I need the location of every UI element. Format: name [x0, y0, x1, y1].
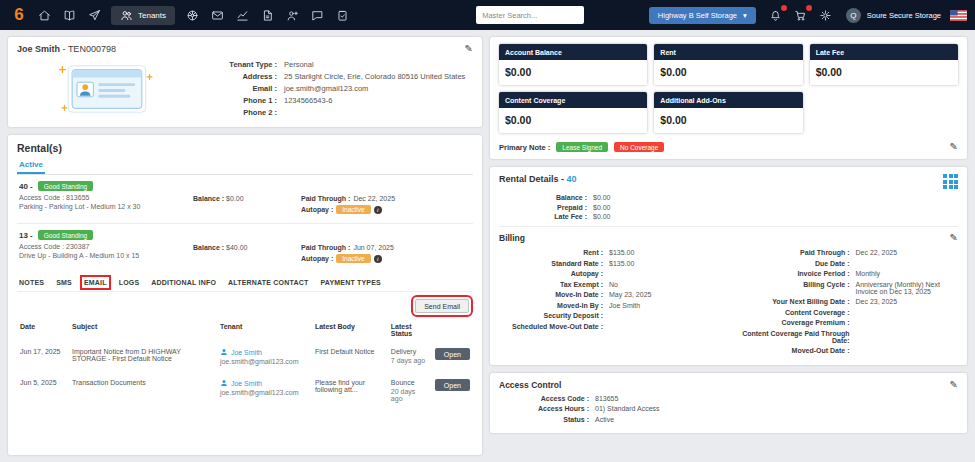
- stat-value: $0.00: [810, 60, 958, 85]
- cart-icon[interactable]: [790, 4, 812, 26]
- right-column: Account Balance $0.00 Rent $0.00 Late Fe…: [490, 37, 967, 455]
- email-subject: Important Notice from D HIGHWAY STORAGE …: [69, 341, 217, 372]
- email-subject: Transaction Documents: [69, 372, 217, 409]
- send-email-button[interactable]: Send Email: [415, 299, 469, 313]
- billing-value: Dec 22, 2025: [856, 249, 898, 256]
- language-flag-icon[interactable]: [950, 10, 967, 21]
- billing-title: Billing: [499, 233, 525, 243]
- tab-notes[interactable]: NOTES: [19, 279, 44, 286]
- rental-item: 13 - Good Standing Access Code : 230387 …: [17, 224, 473, 272]
- stat-title: Account Balance: [499, 44, 647, 60]
- stats-grid: Account Balance $0.00 Rent $0.00 Late Fe…: [499, 44, 958, 133]
- access-label: Status :: [499, 416, 589, 423]
- edit-note-icon[interactable]: ✎: [950, 142, 958, 152]
- billing-label: Paid Through :: [732, 249, 850, 256]
- notifications-bell-icon[interactable]: [765, 4, 787, 26]
- person-icon: [220, 379, 228, 387]
- field-label: Phone 2 :: [195, 108, 277, 117]
- billing-value: Joe Smith: [609, 302, 640, 309]
- stat-content-coverage: Content Coverage $0.00: [499, 92, 647, 133]
- book-icon[interactable]: [58, 4, 80, 26]
- chat-icon[interactable]: [306, 4, 328, 26]
- stat-title: Late Fee: [810, 44, 958, 60]
- left-column: Joe Smith - TEN000798 ✎: [8, 37, 482, 455]
- access-control-title: Access Control: [499, 380, 561, 390]
- open-email-button[interactable]: Open: [435, 379, 470, 391]
- billing-label: Your Next Billing Date :: [732, 298, 850, 305]
- tenant-summary-card: Joe Smith - TEN000798 ✎: [8, 37, 482, 127]
- open-email-button[interactable]: Open: [435, 348, 470, 360]
- title-separator: -: [63, 44, 66, 54]
- nav-tenants[interactable]: Tenants: [111, 6, 175, 25]
- email-row: Jun 17, 2025 Important Notice from D HIG…: [17, 341, 473, 372]
- send-icon[interactable]: [83, 4, 105, 26]
- mail-icon[interactable]: [206, 4, 228, 26]
- info-icon[interactable]: i: [374, 206, 382, 214]
- document-icon[interactable]: [256, 4, 278, 26]
- account-name: Soure Secure Storage: [867, 11, 941, 20]
- user-avatar[interactable]: Q: [846, 8, 861, 23]
- billing-label: Tax Exempt :: [499, 281, 603, 288]
- tenant-link[interactable]: Joe Smith: [220, 348, 309, 356]
- stat-additional-addons: Additional Add-Ons $0.00: [654, 92, 802, 133]
- gate-wheel-icon[interactable]: [181, 4, 203, 26]
- summary-value: $0.00: [593, 194, 611, 201]
- master-search-input[interactable]: [476, 6, 584, 24]
- unit-number[interactable]: 40 -: [19, 182, 33, 191]
- tab-logs[interactable]: LOGS: [119, 279, 140, 286]
- edit-access-icon[interactable]: ✎: [950, 380, 958, 390]
- col-date: Date: [17, 319, 69, 341]
- grid-view-icon[interactable]: [943, 174, 958, 189]
- tenant-name: Joe Smith: [17, 44, 60, 54]
- autopay-badge: Inactive: [336, 205, 370, 214]
- tab-additional-info[interactable]: ADDITIONAL INFO: [151, 279, 216, 286]
- col-latest-status: Latest Status: [388, 319, 432, 341]
- balance-label: Balance :: [193, 195, 224, 202]
- tenant-address-value: 25 Starlight Circle, Erie, Colorado 8051…: [284, 72, 473, 81]
- tenant-id: TEN000798: [68, 44, 116, 54]
- paid-through-label: Paid Through :: [301, 195, 350, 202]
- id-card-illustration: [17, 57, 195, 120]
- email-status: Bounce: [391, 379, 429, 386]
- billing-label: Moved-In By :: [499, 302, 603, 309]
- facility-selector[interactable]: Highway B Self Storage ▾: [649, 7, 756, 24]
- col-subject: Subject: [69, 319, 217, 341]
- email-status-ago: 20 days ago: [391, 388, 429, 402]
- nav-tenants-label: Tenants: [138, 11, 166, 20]
- tenant-link[interactable]: Joe Smith: [220, 379, 309, 387]
- user-add-icon[interactable]: [281, 4, 303, 26]
- home-icon[interactable]: [33, 4, 55, 26]
- balance-value: $0.00: [226, 195, 244, 202]
- unit-description: Parking - Parking Lot - Medium 12 x 30: [19, 203, 193, 210]
- billing-value: Dec 23, 2025: [856, 298, 898, 305]
- billing-value: May 23, 2025: [609, 291, 651, 298]
- edit-billing-icon[interactable]: ✎: [950, 233, 958, 243]
- edit-tenant-icon[interactable]: ✎: [465, 44, 473, 54]
- tab-payment-types[interactable]: PAYMENT TYPES: [320, 279, 381, 286]
- stat-value: $0.00: [654, 60, 802, 85]
- email-tenant-name: Joe Smith: [231, 380, 262, 387]
- tab-active-rentals[interactable]: Active: [17, 157, 45, 174]
- email-tenant-email: joe.smith@gmail123.com: [220, 389, 309, 396]
- tab-sms[interactable]: SMS: [56, 279, 72, 286]
- chart-icon[interactable]: [231, 4, 253, 26]
- stat-late-fee: Late Fee $0.00: [810, 44, 958, 85]
- email-status: Delivery: [391, 348, 429, 355]
- info-icon[interactable]: i: [374, 255, 382, 263]
- tenant-email-link[interactable]: joe.smith@gmail123.com: [284, 84, 473, 93]
- tab-alternate-contact[interactable]: ALTERNATE CONTACT: [228, 279, 308, 286]
- app-logo[interactable]: 6: [8, 4, 30, 26]
- email-latest-body: First Default Notice: [312, 341, 388, 372]
- rental-details-unit[interactable]: 40: [567, 174, 577, 184]
- rental-details-panel: Rental Details - 40 Balance :$0.00 Prepa…: [490, 167, 967, 365]
- unit-number[interactable]: 13 -: [19, 231, 33, 240]
- divider: [499, 226, 958, 227]
- stat-value: $0.00: [499, 108, 647, 133]
- paid-through-value: Jun 07, 2025: [353, 244, 393, 251]
- tab-email[interactable]: EMAIL: [84, 279, 107, 286]
- gear-icon[interactable]: [815, 4, 837, 26]
- billing-label: Content Coverage :: [732, 309, 850, 316]
- field-label: Tenant Type :: [195, 60, 277, 69]
- stat-account-balance: Account Balance $0.00: [499, 44, 647, 85]
- tasks-icon[interactable]: [331, 4, 353, 26]
